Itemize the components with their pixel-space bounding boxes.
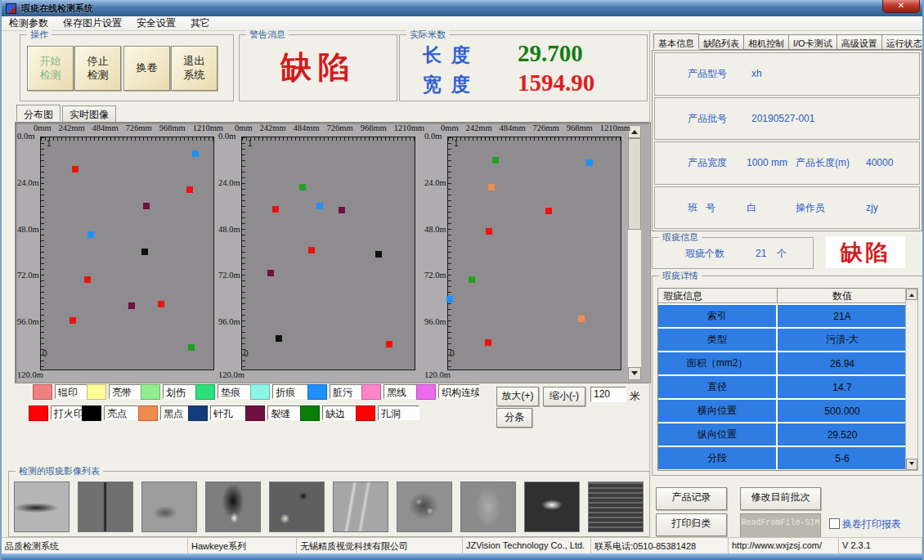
right-tab-4[interactable]: I/O卡测试 bbox=[789, 34, 837, 50]
defect-point-orange bbox=[488, 184, 495, 190]
status-segment-3: 无锡精质视觉科技有限公司 bbox=[297, 538, 463, 554]
menu-item-4[interactable]: 其它 bbox=[183, 16, 218, 30]
y-tick-label: 24.0m bbox=[17, 178, 39, 187]
width-label: 宽度 bbox=[423, 72, 495, 97]
operation-group: 操作 开始 检测停止 检测换卷退出 系统 bbox=[20, 34, 234, 101]
defect-thumbnail-2[interactable] bbox=[78, 482, 133, 532]
x-tick-label: 968mm bbox=[159, 123, 186, 132]
scroll-down-icon[interactable] bbox=[628, 367, 641, 380]
right-tab-5[interactable]: 高级设置 bbox=[837, 34, 882, 50]
defect-thumbnail-10[interactable] bbox=[588, 482, 644, 532]
split-strip-button[interactable]: 分条 bbox=[496, 408, 532, 428]
scrollbar-thumb[interactable] bbox=[628, 138, 641, 230]
menu-item-3[interactable]: 安全设置 bbox=[129, 16, 183, 30]
x-tick-label: 968mm bbox=[361, 123, 387, 132]
product-record-button[interactable]: 产品记录 bbox=[656, 487, 727, 510]
x-axis-labels: 0mm242mm484mm726mm968mm1210mm bbox=[235, 123, 424, 132]
right-tab-3[interactable]: 相机控制 bbox=[744, 34, 789, 50]
defect-thumbnail-3[interactable] bbox=[141, 482, 197, 532]
scatter-plot-area: 10 bbox=[241, 137, 415, 370]
menu-item-2[interactable]: 保存图片设置 bbox=[56, 16, 129, 30]
y-tick-label: 120.0m bbox=[424, 370, 451, 379]
detail-scroll-down-icon[interactable] bbox=[906, 459, 917, 470]
op-button-stop[interactable]: 停止 检测 bbox=[74, 46, 121, 91]
zoom-out-button[interactable]: 缩小(-) bbox=[543, 387, 585, 406]
defect-point-green bbox=[469, 276, 475, 283]
plot-corner-label-top: 1 bbox=[47, 139, 52, 148]
status-segment-6: http://www.wxjzsj.com/ bbox=[729, 538, 839, 554]
status-segment-5: 联系电话:0510-85381428 bbox=[591, 538, 729, 554]
defect-thumbnail-8[interactable] bbox=[460, 482, 516, 532]
detail-table-row[interactable]: 横向位置500.000 bbox=[658, 400, 907, 422]
x-tick-label: 484mm bbox=[294, 123, 320, 132]
view-tabs: 分布图实时图像 bbox=[16, 105, 118, 122]
defect-point-red bbox=[386, 341, 392, 347]
x-tick-label: 1210mm bbox=[394, 123, 424, 132]
detail-table-scrollbar[interactable] bbox=[905, 288, 918, 471]
product-length-value: 40000 bbox=[866, 157, 893, 168]
defect-thumbnail-7[interactable] bbox=[397, 482, 452, 532]
detail-cell-name: 纵向位置 bbox=[658, 423, 778, 446]
y-tick-label: 48.0m bbox=[424, 225, 446, 234]
defect-thumbnail-5[interactable] bbox=[269, 482, 325, 532]
op-button-change-roll[interactable]: 换卷 bbox=[123, 46, 170, 91]
detail-scroll-up-icon[interactable] bbox=[906, 289, 917, 300]
plot-vertical-scrollbar[interactable] bbox=[627, 124, 642, 381]
operation-group-title: 操作 bbox=[27, 29, 52, 40]
x-tick-label: 484mm bbox=[92, 123, 119, 132]
right-tab-1[interactable]: 基本信息 bbox=[653, 34, 699, 49]
detail-table-row[interactable]: 直径14.7 bbox=[658, 376, 907, 398]
print-report-checkbox[interactable] bbox=[829, 518, 840, 529]
x-tick-label: 968mm bbox=[567, 123, 593, 132]
op-button-start[interactable]: 开始 检测 bbox=[27, 46, 74, 91]
detail-table-row[interactable]: 面积（mm2）26.94 bbox=[658, 352, 907, 374]
operator-value: zjy bbox=[866, 202, 878, 213]
x-axis-ticks bbox=[242, 137, 415, 141]
modify-batch-button[interactable]: 修改目前批次 bbox=[740, 487, 821, 510]
meter-range-input[interactable]: 120 bbox=[590, 387, 626, 402]
defect-point-black bbox=[276, 335, 282, 342]
defect-point-black bbox=[141, 249, 148, 255]
detail-table-row[interactable]: 纵向位置29.520 bbox=[658, 423, 907, 446]
detail-table-row[interactable]: 分段5-6 bbox=[658, 447, 907, 469]
meters-group: 实际米数 长度 29.700 宽度 1594.90 bbox=[399, 34, 648, 101]
detail-cell-name: 索引 bbox=[658, 305, 778, 327]
y-axis-ticks bbox=[448, 137, 451, 370]
defect-point-red bbox=[84, 276, 91, 283]
zoom-in-button[interactable]: 放大(+) bbox=[496, 387, 539, 406]
detail-cell-value: 14.7 bbox=[778, 376, 907, 398]
right-tab-2[interactable]: 缺陷列表 bbox=[699, 34, 744, 50]
detail-table-row[interactable]: 索引21A bbox=[658, 305, 907, 327]
product-width-value: 1000 mm bbox=[747, 157, 787, 168]
defect-count-label: 瑕疵个数 bbox=[685, 246, 724, 260]
basic-info-panel: 产品型号 xh 产品批号 20190527-001 产品宽度 1000 mm 产… bbox=[652, 50, 922, 231]
x-axis-labels: 0mm242mm484mm726mm968mm1210mm bbox=[34, 123, 223, 132]
defect-point-green bbox=[299, 184, 306, 190]
defect-point-red bbox=[72, 166, 78, 172]
legend-swatch-垫痕 bbox=[195, 384, 215, 400]
defect-thumbnail-6[interactable] bbox=[333, 482, 388, 532]
right-tab-6[interactable]: 运行状态信息 bbox=[882, 34, 924, 50]
app-icon bbox=[6, 3, 16, 14]
defect-thumbnail-1[interactable] bbox=[14, 482, 70, 532]
status-segment-4: JZVision Technology Co., Ltd. bbox=[463, 538, 591, 554]
detail-table-row[interactable]: 类型污渍-大 bbox=[658, 329, 907, 351]
defect-point-red bbox=[485, 339, 491, 346]
shift-value: 白 bbox=[747, 200, 756, 214]
detail-cell-name: 分段 bbox=[658, 447, 778, 469]
plot-corner-label-top: 1 bbox=[454, 139, 459, 148]
defect-point-maroon bbox=[128, 302, 135, 309]
legend-swatch-缺边 bbox=[300, 405, 320, 421]
legend-swatch-亮点 bbox=[82, 405, 101, 421]
scatter-plot-area: 10 bbox=[447, 137, 621, 370]
detail-cell-value: 21A bbox=[778, 305, 907, 327]
scatter-plot-area: 10 bbox=[40, 137, 214, 370]
view-tab-1[interactable]: 分布图 bbox=[16, 105, 61, 121]
product-batch-value: 20190527-001 bbox=[751, 113, 814, 124]
close-icon[interactable]: ✕ bbox=[882, 0, 920, 13]
op-button-exit[interactable]: 退出 系统 bbox=[171, 46, 218, 91]
print-classify-button[interactable]: 打印归类 bbox=[656, 513, 727, 536]
defect-thumbnail-9[interactable] bbox=[524, 482, 580, 532]
defect-thumbnail-4[interactable] bbox=[205, 482, 261, 532]
view-tab-2[interactable]: 实时图像 bbox=[62, 105, 116, 122]
